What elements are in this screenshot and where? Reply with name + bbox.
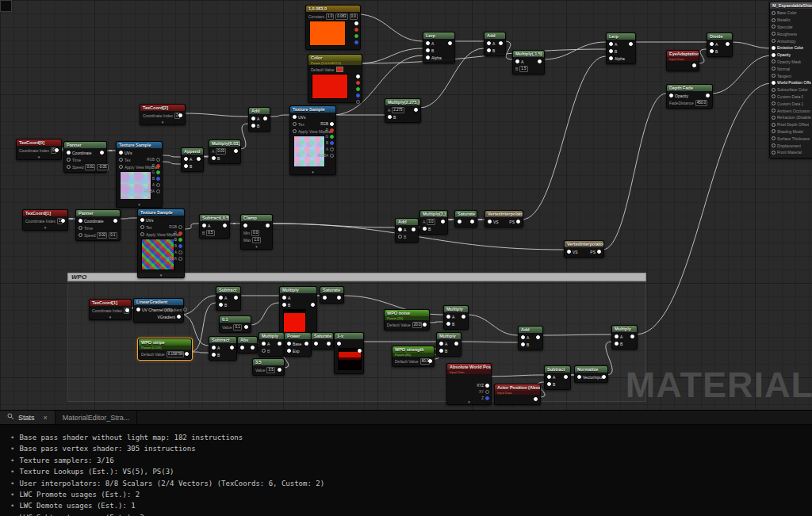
node-pin[interactable] — [177, 315, 181, 319]
node-pin[interactable] — [615, 334, 619, 338]
node-pin[interactable] — [567, 250, 571, 254]
node-pin[interactable] — [710, 49, 714, 53]
node-add[interactable]: AddAB — [518, 326, 543, 350]
node-texture-sample[interactable]: Texture SampleUVsTexApply View MipBiasRG… — [137, 208, 185, 278]
node-pin[interactable] — [615, 342, 619, 346]
chevron-down-icon[interactable]: ▾ — [23, 226, 67, 230]
node-pin[interactable] — [234, 149, 238, 153]
node-pin[interactable] — [178, 250, 182, 254]
node-pin[interactable] — [156, 183, 160, 187]
node-pin[interactable] — [251, 346, 255, 350]
node-pin[interactable] — [536, 335, 540, 339]
node-pin[interactable] — [772, 32, 776, 36]
node-pin[interactable] — [304, 342, 308, 346]
node-pin[interactable] — [448, 41, 452, 45]
node-multiply[interactable]: MultiplyAB — [259, 332, 285, 357]
node-pin[interactable] — [629, 42, 633, 46]
node-title[interactable]: VertexInterpolator — [565, 241, 603, 247]
node-pin[interactable] — [710, 42, 714, 46]
node-add[interactable]: AddAB — [484, 32, 506, 56]
node-linear-gradient[interactable]: LinearGradientUV Channel (VS)UGradientVG… — [133, 298, 184, 323]
node-pin[interactable] — [414, 108, 418, 112]
node-title[interactable]: Subtract — [545, 366, 570, 373]
node-title[interactable]: Subtract(,0.5) — [200, 215, 229, 221]
node-wpo-strength-param[interactable]: WPO strengthParam (80)Default Value80.0 — [392, 346, 435, 367]
node-pin[interactable] — [287, 342, 291, 346]
node-title[interactable]: Subtract — [209, 337, 236, 343]
chevron-down-icon[interactable]: ▾ — [17, 155, 61, 159]
node-pin[interactable] — [197, 157, 201, 161]
node-pin[interactable] — [772, 59, 776, 63]
node-title[interactable]: VertexInterpolator — [485, 211, 523, 217]
node-pin[interactable] — [772, 109, 776, 113]
node-pin[interactable] — [178, 257, 182, 261]
node-pin[interactable] — [330, 141, 334, 145]
node-texcoord-0[interactable]: TexCoord[0]Coordinate Index0▾ — [16, 139, 62, 160]
node-add[interactable]: AddAB — [395, 218, 419, 243]
node-multiply[interactable]: Multiply(0.03,)A0.03B — [209, 140, 241, 164]
node-title[interactable]: Texture Sample — [138, 209, 184, 216]
wire[interactable] — [358, 14, 423, 41]
wire[interactable] — [636, 83, 772, 334]
node-title[interactable]: Absolute World Position — [447, 364, 491, 370]
node-pin[interactable] — [426, 48, 430, 52]
node-pin[interactable] — [356, 94, 360, 97]
node-title[interactable]: Append — [182, 148, 203, 155]
value-field[interactable]: 3.0 — [427, 219, 435, 225]
node-pin[interactable] — [577, 375, 581, 379]
node-pin[interactable] — [79, 233, 82, 237]
node-title[interactable]: Abs — [238, 337, 257, 343]
node-pin[interactable] — [426, 55, 430, 59]
node-subtract[interactable]: SubtractAB — [209, 336, 237, 361]
node-pin[interactable] — [726, 42, 730, 46]
wire[interactable] — [488, 375, 544, 376]
node-pin[interactable] — [202, 224, 206, 227]
wire[interactable] — [359, 48, 423, 63]
node-abs[interactable]: Abs — [237, 336, 258, 354]
node-pin[interactable] — [772, 18, 776, 22]
node-pin[interactable] — [156, 170, 160, 174]
node-vertex-interpolator[interactable]: VertexInterpolatorVSPS — [485, 210, 523, 227]
wire[interactable] — [460, 342, 518, 342]
node-pin[interactable] — [772, 25, 776, 29]
node-pin[interactable] — [441, 220, 445, 224]
node-pin[interactable] — [602, 375, 606, 379]
value-field[interactable]: 0.1 — [233, 324, 241, 331]
node-texcoord-1[interactable]: TexCoord[1]Coordinate Index1▾ — [89, 299, 132, 320]
node-append[interactable]: AppendAB — [181, 147, 204, 172]
node-texture-sample[interactable]: Texture SampleUVsTexApply View MipBiasRG… — [116, 141, 163, 208]
node-pin[interactable] — [772, 53, 776, 57]
node-title[interactable]: 1,0.083,0 — [306, 6, 360, 12]
node-pin[interactable] — [388, 115, 392, 119]
value-field[interactable]: 1.0 — [252, 237, 260, 243]
node-pin[interactable] — [156, 164, 160, 168]
color-swatch[interactable] — [336, 67, 343, 72]
node-pin[interactable] — [426, 41, 430, 45]
node-title[interactable]: Add — [396, 219, 418, 225]
node-pin[interactable] — [184, 164, 188, 168]
node-title[interactable]: Divide — [707, 33, 732, 40]
value-field[interactable]: 1.0 — [326, 13, 334, 20]
wire[interactable] — [467, 315, 518, 335]
wire[interactable] — [731, 42, 772, 48]
node-multiply[interactable]: Multiply(,1.5)AB1.5 — [512, 50, 545, 75]
value-field[interactable]: 0.0 — [350, 13, 358, 20]
node-pin[interactable] — [79, 219, 82, 223]
node-pin[interactable] — [185, 352, 189, 356]
node-pin[interactable] — [293, 122, 297, 126]
value-field[interactable]: 0.158799 — [167, 351, 185, 357]
node-pin[interactable] — [597, 250, 601, 254]
node-title[interactable]: Add — [519, 327, 542, 333]
node-pin[interactable] — [772, 101, 776, 105]
node-pin[interactable] — [337, 296, 341, 300]
value-field[interactable]: 0.01 — [85, 164, 95, 170]
node-power[interactable]: PowerBaseExp — [284, 332, 312, 357]
node-pin[interactable] — [282, 296, 286, 300]
node-vertex-interpolator[interactable]: VertexInterpolatorVSPS — [564, 240, 604, 258]
node-title[interactable]: Lerp — [607, 33, 635, 40]
node-constant[interactable]: 3.5Value3.5 — [252, 358, 285, 376]
node-title[interactable]: Multiply(0.03,) — [209, 140, 240, 147]
chevron-down-icon[interactable]: ▾ — [117, 203, 162, 207]
node-wpo-stripe-param[interactable]: WPO stripeParam (0.159)Default Value0.15… — [138, 338, 192, 360]
node-title[interactable]: Subtract — [216, 287, 240, 293]
